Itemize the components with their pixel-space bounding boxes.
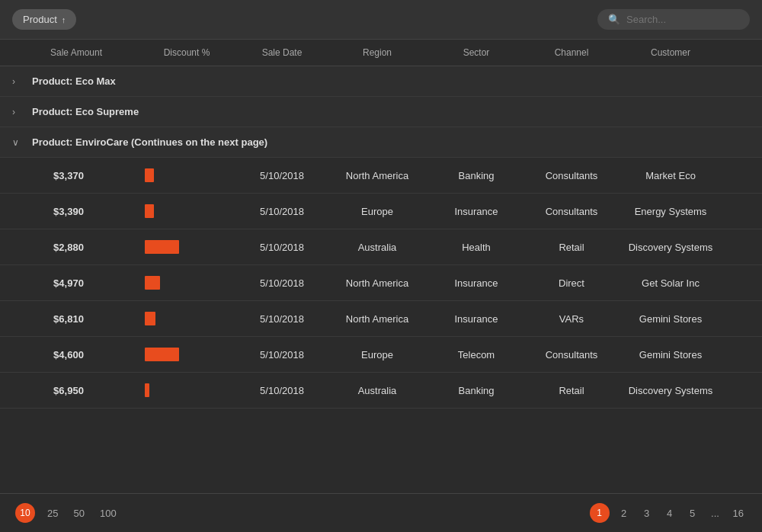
col-channel: Channel bbox=[526, 47, 617, 58]
cell-discount-bar bbox=[137, 165, 236, 185]
table-row: $3,390 5/10/2018 Europe Insurance Consul… bbox=[0, 194, 762, 229]
table-row: $2,880 5/10/2018 Australia Health Retail… bbox=[0, 229, 762, 265]
group-row-eco-max[interactable]: › Product: Eco Max bbox=[0, 66, 762, 97]
cell-amount: $4,970 bbox=[0, 274, 137, 292]
page-num-2[interactable]: 2 bbox=[616, 506, 632, 521]
data-rows: $3,370 5/10/2018 North America Banking C… bbox=[0, 158, 762, 409]
cell-channel: VARs bbox=[526, 310, 617, 328]
cell-region: Europe bbox=[328, 346, 427, 364]
page-sizes: 10 25 50 100 bbox=[15, 503, 120, 523]
table-body: › Product: Eco Max › Product: Eco Suprem… bbox=[0, 66, 762, 461]
cell-region: Australia bbox=[328, 382, 427, 399]
col-customer: Customer bbox=[617, 47, 724, 58]
col-sale-date: Sale Date bbox=[236, 47, 328, 58]
discount-bar bbox=[145, 312, 155, 325]
cell-date: 5/10/2018 bbox=[236, 382, 328, 399]
table-row: $3,370 5/10/2018 North America Banking C… bbox=[0, 158, 762, 194]
chevron-right-icon-2: › bbox=[12, 107, 24, 117]
cell-amount: $3,390 bbox=[0, 203, 137, 220]
page-num-4[interactable]: 4 bbox=[661, 506, 678, 521]
cell-discount-bar bbox=[137, 237, 236, 257]
pagination-bar: 10 25 50 100 1 2 3 4 5 ... 16 bbox=[0, 493, 762, 532]
cell-channel: Consultants bbox=[526, 346, 617, 364]
table-row: $4,970 5/10/2018 North America Insurance… bbox=[0, 265, 762, 301]
cell-discount-bar bbox=[137, 345, 236, 364]
group-label-envirocare: Product: EnviroCare (Continues on the ne… bbox=[32, 136, 267, 148]
cell-region: Australia bbox=[328, 239, 427, 256]
page-ellipsis: ... bbox=[707, 506, 724, 521]
group-label-eco-supreme: Product: Eco Supreme bbox=[32, 106, 139, 117]
cell-channel: Consultants bbox=[526, 203, 617, 220]
cell-sector: Banking bbox=[427, 167, 526, 184]
chevron-down-icon: ∨ bbox=[12, 137, 24, 148]
cell-discount-bar bbox=[137, 380, 236, 400]
cell-date: 5/10/2018 bbox=[236, 239, 328, 256]
col-sale-amount: Sale Amount bbox=[0, 47, 137, 58]
group-row-eco-supreme[interactable]: › Product: Eco Supreme bbox=[0, 97, 762, 127]
cell-channel: Retail bbox=[526, 239, 617, 256]
cell-amount: $6,950 bbox=[0, 382, 137, 399]
cell-date: 5/10/2018 bbox=[236, 310, 328, 328]
cell-sector: Insurance bbox=[427, 203, 526, 220]
col-sector: Sector bbox=[427, 47, 526, 58]
table-row: $4,600 5/10/2018 Europe Telecom Consulta… bbox=[0, 337, 762, 373]
cell-amount: $4,600 bbox=[0, 346, 137, 364]
col-region: Region bbox=[328, 47, 427, 58]
cell-sector: Banking bbox=[427, 382, 526, 399]
discount-bar bbox=[145, 204, 154, 218]
cell-customer: Gemini Stores bbox=[617, 346, 724, 364]
cell-date: 5/10/2018 bbox=[236, 167, 328, 184]
sort-arrow-icon: ↑ bbox=[62, 15, 66, 24]
page-num-16[interactable]: 16 bbox=[730, 506, 747, 521]
page-num-3[interactable]: 3 bbox=[639, 506, 655, 521]
cell-amount: $6,810 bbox=[0, 310, 137, 328]
column-headers: Sale Amount Discount % Sale Date Region … bbox=[0, 40, 762, 66]
group-label-eco-max: Product: Eco Max bbox=[32, 75, 116, 87]
cell-customer: Gemini Stores bbox=[617, 310, 724, 328]
page-size-100[interactable]: 100 bbox=[97, 506, 120, 521]
cell-channel: Direct bbox=[526, 274, 617, 292]
search-icon: 🔍 bbox=[608, 14, 620, 25]
cell-sector: Insurance bbox=[427, 310, 526, 328]
page-num-5[interactable]: 5 bbox=[684, 506, 701, 521]
cell-discount-bar bbox=[137, 201, 236, 221]
cell-amount: $3,370 bbox=[0, 167, 137, 184]
chevron-right-icon: › bbox=[12, 76, 24, 87]
page-size-50[interactable]: 50 bbox=[70, 506, 87, 521]
discount-bar bbox=[145, 276, 160, 290]
search-input[interactable] bbox=[626, 14, 739, 25]
cell-customer: Market Eco bbox=[617, 167, 724, 184]
discount-bar bbox=[145, 348, 179, 361]
discount-bar bbox=[145, 168, 154, 182]
page-numbers: 1 2 3 4 5 ... 16 bbox=[590, 503, 747, 523]
cell-customer: Discovery Systems bbox=[617, 382, 724, 399]
cell-customer: Get Solar Inc bbox=[617, 274, 724, 292]
group-row-envirocare[interactable]: ∨ Product: EnviroCare (Continues on the … bbox=[0, 127, 762, 158]
cell-region: North America bbox=[328, 310, 427, 328]
cell-region: North America bbox=[328, 167, 427, 184]
cell-sector: Telecom bbox=[427, 346, 526, 364]
cell-sector: Health bbox=[427, 239, 526, 256]
cell-customer: Energy Systems bbox=[617, 203, 724, 220]
cell-date: 5/10/2018 bbox=[236, 274, 328, 292]
cell-channel: Consultants bbox=[526, 167, 617, 184]
product-button[interactable]: Product ↑ bbox=[12, 9, 76, 30]
discount-bar bbox=[145, 383, 149, 397]
cell-region: North America bbox=[328, 274, 427, 292]
page-size-10[interactable]: 10 bbox=[15, 503, 35, 523]
cell-sector: Insurance bbox=[427, 274, 526, 292]
product-label: Product bbox=[23, 14, 57, 25]
col-discount: Discount % bbox=[137, 47, 236, 58]
cell-channel: Retail bbox=[526, 382, 617, 399]
cell-date: 5/10/2018 bbox=[236, 346, 328, 364]
cell-region: Europe bbox=[328, 203, 427, 220]
page-size-25[interactable]: 25 bbox=[44, 506, 61, 521]
cell-date: 5/10/2018 bbox=[236, 203, 328, 220]
cell-discount-bar bbox=[137, 309, 236, 328]
cell-customer: Discovery Systems bbox=[617, 239, 724, 256]
table-row: $6,810 5/10/2018 North America Insurance… bbox=[0, 301, 762, 337]
search-box: 🔍 bbox=[597, 9, 750, 30]
cell-discount-bar bbox=[137, 273, 236, 293]
page-num-1[interactable]: 1 bbox=[590, 503, 610, 523]
discount-bar bbox=[145, 240, 179, 254]
